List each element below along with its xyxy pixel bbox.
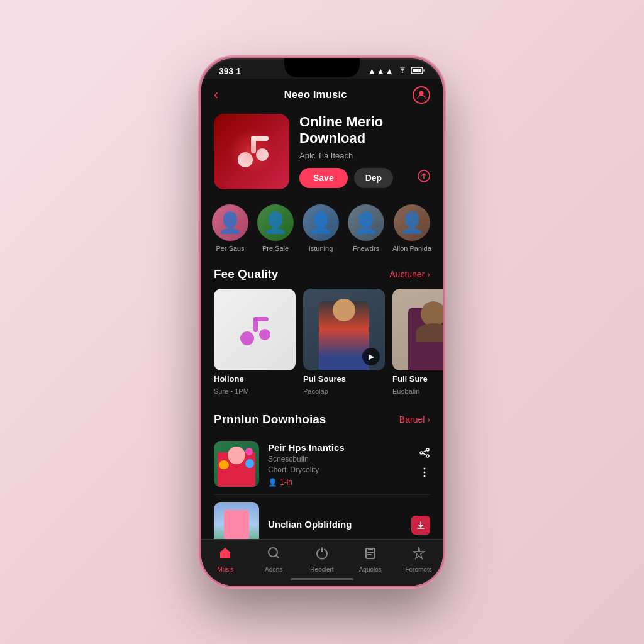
nav-item-foromots[interactable]: Foromots (400, 546, 438, 573)
avatar-item-1[interactable]: 👤 Pre Sale (257, 204, 294, 252)
card-artwork-1: ▶ (303, 289, 385, 370)
profile-button[interactable] (413, 86, 430, 104)
play-overlay-1[interactable]: ▶ (362, 348, 380, 365)
hero-artwork (214, 114, 289, 189)
list-title-1: Unclian Opblifding (268, 519, 402, 530)
card-title-2: Full Sure (392, 374, 443, 384)
home-indicator (291, 578, 353, 580)
nav-label-foromots: Foromots (405, 566, 431, 573)
hero-subtitle: Aplc Tia Iteach (299, 151, 430, 160)
svg-point-14 (424, 472, 426, 474)
avatar-item-4[interactable]: 👤 Alion Panida (392, 204, 431, 252)
avatar-name-4: Alion Panida (392, 245, 431, 252)
avatar-item-3[interactable]: 👤 Fnewdrs (347, 204, 385, 252)
avatar-name-1: Pre Sale (262, 245, 289, 252)
fee-quality-header: Fee Quality Auctuner › (201, 262, 443, 289)
list-info-0: Peir Hps Inantics Scnescbulln Chorti Dry… (268, 442, 410, 487)
premium-downloads-link[interactable]: Baruel › (399, 414, 430, 425)
card-artwork-2 (392, 289, 443, 370)
home-icon (218, 546, 232, 564)
premium-downloads-title: Prnnlun Downhoias (214, 413, 326, 426)
fee-quality-cards[interactable]: Hollone Sure • 1PM ▶ Pul Soures Pacolap (201, 289, 443, 408)
nav-item-aquolos[interactable]: Aquolos (352, 546, 389, 573)
nav-item-adons[interactable]: Adons (255, 546, 292, 573)
card-0[interactable]: Hollone Sure • 1PM (214, 289, 296, 395)
nav-label-aquolos: Aquolos (359, 566, 382, 573)
list-actions-0 (419, 447, 430, 481)
battery-icon (411, 66, 425, 76)
screen-content[interactable]: ‹ Neeo Imusic (201, 79, 443, 587)
phone-frame: 393 1 ▲▲▲ ‹ Neeo (199, 57, 445, 587)
avatar-item-2[interactable]: 👤 Istuning (302, 204, 340, 252)
power-icon (315, 546, 329, 564)
avatar-1[interactable]: 👤 (257, 204, 294, 241)
svg-rect-2 (423, 69, 425, 72)
avatar-name-3: Fnewdrs (353, 245, 379, 252)
avatar-item-0[interactable]: 👤 Per Saus (211, 204, 249, 252)
avatar-0[interactable]: 👤 (212, 204, 248, 241)
card-title-1: Pul Soures (303, 374, 385, 384)
avatars-section[interactable]: 👤 Per Saus 👤 Pre Sale 👤 Istuning 👤 (201, 199, 443, 262)
notch (284, 58, 360, 77)
avatar-name-2: Istuning (309, 245, 333, 252)
list-title-0: Peir Hps Inantics (268, 442, 410, 453)
card-title-0: Hollone (214, 374, 296, 384)
save-button[interactable]: Save (299, 168, 348, 188)
time: 393 1 (219, 66, 241, 76)
signal-icon: ▲▲▲ (367, 66, 394, 76)
status-icons: ▲▲▲ (367, 66, 425, 76)
list-badge-0: 👤 1-ln (268, 478, 410, 487)
hero-title: Online Merio Download (299, 114, 430, 147)
svg-point-15 (424, 468, 426, 470)
card-sub-1: Pacolap (303, 387, 385, 395)
hero-section: Online Merio Download Aplc Tia Iteach Sa… (201, 109, 443, 199)
nav-header: ‹ Neeo Imusic (201, 79, 443, 109)
card-sub-2: Euobatin (392, 387, 443, 395)
back-button[interactable]: ‹ (214, 87, 218, 103)
avatar-4[interactable]: 👤 (394, 204, 430, 241)
card-1[interactable]: ▶ Pul Soures Pacolap (303, 289, 385, 395)
nav-item-reoclert[interactable]: Reoclert (303, 546, 341, 573)
card-artwork-0 (214, 289, 296, 370)
nav-label-adons: Adons (265, 566, 282, 573)
svg-rect-12 (253, 317, 269, 321)
list-actions-1 (411, 516, 430, 535)
dep-button[interactable]: Dep (354, 168, 393, 188)
wifi-icon (397, 66, 408, 76)
nav-item-music[interactable]: Musis (206, 546, 244, 573)
hero-info: Online Merio Download Aplc Tia Iteach Sa… (299, 114, 430, 188)
list-item-0[interactable]: Peir Hps Inantics Scnescbulln Chorti Dry… (214, 434, 430, 495)
svg-point-16 (424, 475, 426, 477)
list-subtitle-0: Scnescbulln (268, 455, 410, 464)
nav-label-music: Musis (217, 566, 233, 573)
card-sub-0: Sure • 1PM (214, 387, 296, 395)
clipboard-icon (364, 546, 377, 564)
nav-label-reoclert: Reoclert (310, 566, 333, 573)
svg-point-10 (259, 329, 270, 340)
fee-quality-title: Fee Quality (214, 267, 278, 281)
list-info-1: Unclian Opblifding (268, 519, 402, 531)
premium-downloads-list: Peir Hps Inantics Scnescbulln Chorti Dry… (201, 434, 443, 555)
premium-downloads-header: Prnnlun Downhoias Baruel › (201, 408, 443, 434)
svg-rect-1 (413, 69, 421, 72)
fee-quality-link[interactable]: Auctuner › (389, 269, 430, 279)
share-button[interactable] (418, 170, 430, 186)
download-button-1[interactable] (411, 516, 430, 535)
more-action-icon[interactable] (419, 467, 430, 481)
sparkle-icon (412, 546, 426, 564)
avatar-3[interactable]: 👤 (348, 204, 384, 241)
avatar-name-0: Per Saus (216, 245, 244, 252)
nav-title: Neeo Imusic (284, 89, 347, 101)
list-sub2-0: Chorti Drycolity (268, 465, 410, 474)
share-action-icon[interactable] (419, 447, 430, 462)
list-artwork-0 (214, 441, 259, 487)
search-icon (267, 546, 280, 564)
hero-buttons: Save Dep (299, 168, 430, 188)
card-2[interactable]: Full Sure Euobatin (392, 289, 443, 395)
avatar-2[interactable]: 👤 (303, 204, 339, 241)
svg-point-9 (240, 331, 254, 345)
